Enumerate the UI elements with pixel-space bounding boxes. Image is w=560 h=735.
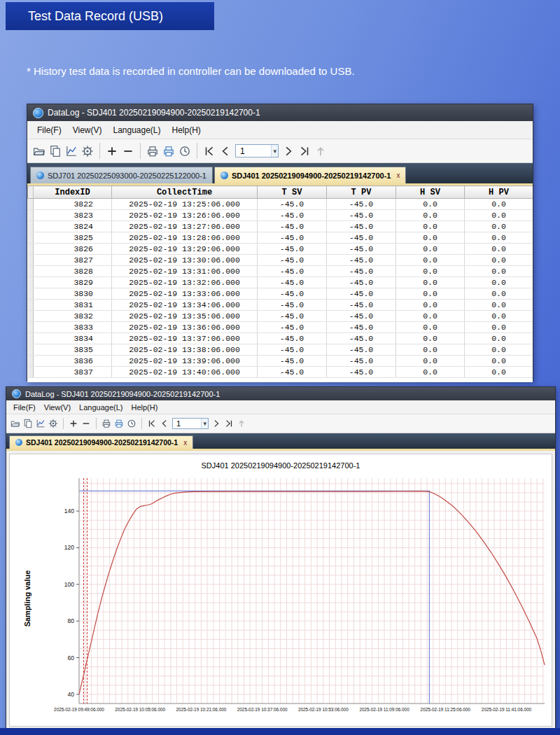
menu-view[interactable]: View(V) xyxy=(67,124,108,136)
chart-icon[interactable] xyxy=(65,145,78,158)
column-header[interactable]: T PV xyxy=(327,186,396,199)
table-row[interactable]: 38322025-02-19 13:35:06.000-45.0-45.00.0… xyxy=(28,311,533,322)
page-number-input[interactable]: 1▾ xyxy=(172,418,209,429)
table-row[interactable]: 38312025-02-19 13:34:06.000-45.0-45.00.0… xyxy=(28,300,533,311)
remove-icon[interactable] xyxy=(81,419,91,428)
cell: 0.0 xyxy=(465,232,533,244)
timer-icon[interactable] xyxy=(178,145,191,158)
menu-help[interactable]: Help(H) xyxy=(127,402,162,412)
dropdown-arrow-icon[interactable]: ▾ xyxy=(271,145,278,157)
cell: 0.0 xyxy=(396,322,465,333)
svg-text:60: 60 xyxy=(68,654,75,662)
row-gutter xyxy=(28,356,34,367)
cell: -45.0 xyxy=(258,288,327,300)
next-page-icon[interactable] xyxy=(211,419,221,428)
add-icon[interactable] xyxy=(69,419,78,428)
column-header[interactable]: CollectTime xyxy=(112,186,258,199)
datalog-tab-icon xyxy=(36,172,44,179)
series-pv xyxy=(79,491,545,694)
column-header[interactable]: H SV xyxy=(396,186,465,199)
cell: -45.0 xyxy=(327,255,396,266)
remove-icon[interactable] xyxy=(122,145,134,158)
menu-view[interactable]: View(V) xyxy=(40,402,75,412)
print-icon[interactable] xyxy=(102,419,111,428)
menu-file[interactable]: File(F) xyxy=(31,124,67,136)
titlebar[interactable]: DataLog - SDJ401 20250219094900-20250219… xyxy=(27,104,533,121)
menu-help[interactable]: Help(H) xyxy=(167,124,206,136)
table-row[interactable]: 38302025-02-19 13:33:06.000-45.0-45.00.0… xyxy=(28,288,533,300)
cell: 3834 xyxy=(34,333,112,344)
table-row[interactable]: 38222025-02-19 13:25:06.000-45.0-45.00.0… xyxy=(28,199,533,210)
cell: 2025-02-19 13:34:06.000 xyxy=(112,300,258,311)
menubar: File(F)View(V)Language(L)Help(H) xyxy=(27,121,533,139)
last-page-icon[interactable] xyxy=(224,419,234,428)
tab-sdj401[interactable]: SDJ401 20250219094900-20250219142700-1 x xyxy=(9,435,193,449)
close-tab-icon[interactable]: x xyxy=(396,172,400,179)
svg-text:40: 40 xyxy=(68,691,75,698)
cell: 3829 xyxy=(34,277,112,288)
copy-icon[interactable] xyxy=(49,145,62,158)
print-icon[interactable] xyxy=(146,145,159,158)
column-header[interactable]: H PV xyxy=(465,186,533,199)
titlebar[interactable]: DataLog - SDJ401 20250219094900-20250219… xyxy=(6,387,555,400)
open-icon[interactable] xyxy=(10,419,20,428)
add-icon[interactable] xyxy=(106,145,118,158)
table-row[interactable]: 38252025-02-19 13:28:06.000-45.0-45.00.0… xyxy=(28,232,533,244)
chart-panel: SDJ401 20250219094900-20250219142700-1 S… xyxy=(9,454,552,727)
chart-icon[interactable] xyxy=(36,419,46,428)
menu-language[interactable]: Language(L) xyxy=(107,124,166,136)
table-row[interactable]: 38352025-02-19 13:38:06.000-45.0-45.00.0… xyxy=(28,344,533,356)
svg-text:2025-02-19 10:37:06.000: 2025-02-19 10:37:06.000 xyxy=(237,707,288,712)
print-all-icon[interactable] xyxy=(162,145,175,158)
cell: -45.0 xyxy=(327,232,396,244)
last-page-icon[interactable] xyxy=(298,145,311,158)
table-row[interactable]: 38332025-02-19 13:36:06.000-45.0-45.00.0… xyxy=(28,322,533,333)
page-number-input[interactable]: 1▾ xyxy=(235,144,279,158)
table-row[interactable]: 38292025-02-19 13:32:06.000-45.0-45.00.0… xyxy=(28,277,533,288)
toolbar-separator xyxy=(197,143,197,159)
table-row[interactable]: 38282025-02-19 13:31:06.000-45.0-45.00.0… xyxy=(28,266,533,277)
column-header[interactable]: T SV xyxy=(258,186,327,199)
next-page-icon[interactable] xyxy=(282,145,295,158)
menu-language[interactable]: Language(L) xyxy=(75,402,127,412)
close-tab-icon[interactable]: x xyxy=(183,439,187,447)
svg-text:80: 80 xyxy=(68,617,75,624)
print-all-icon[interactable] xyxy=(114,419,124,428)
row-gutter xyxy=(28,367,34,378)
dropdown-arrow-icon[interactable]: ▾ xyxy=(201,419,208,428)
first-page-icon[interactable] xyxy=(203,145,216,158)
column-header[interactable]: IndexID xyxy=(34,186,112,199)
tab-sdj701[interactable]: SDJ701 20250225093000-20250225122000-1 xyxy=(30,167,213,183)
table-row[interactable]: 38262025-02-19 13:29:06.000-45.0-45.00.0… xyxy=(28,244,533,255)
cell: -45.0 xyxy=(258,356,327,367)
timer-icon[interactable] xyxy=(127,419,136,428)
cell: -45.0 xyxy=(258,322,327,333)
table-row[interactable]: 38272025-02-19 13:30:06.000-45.0-45.00.0… xyxy=(28,255,533,266)
menu-file[interactable]: File(F) xyxy=(9,402,40,412)
page-number-value: 1 xyxy=(176,419,181,428)
cell: 2025-02-19 13:35:06.000 xyxy=(112,311,258,322)
table-row[interactable]: 38342025-02-19 13:37:06.000-45.0-45.00.0… xyxy=(28,333,533,344)
toolbar: 1▾ xyxy=(6,414,555,433)
open-icon[interactable] xyxy=(33,145,46,158)
prev-page-icon[interactable] xyxy=(219,145,232,158)
cell: 0.0 xyxy=(396,300,465,311)
cell: 3835 xyxy=(34,344,112,356)
cell: 3823 xyxy=(34,210,112,221)
cell: 2025-02-19 13:40:06.000 xyxy=(112,367,258,378)
cell: 0.0 xyxy=(465,199,533,210)
settings-icon[interactable] xyxy=(48,419,58,428)
tab-sdj401[interactable]: SDJ401 20250219094900-20250219142700-1 x xyxy=(214,167,407,183)
prev-page-icon[interactable] xyxy=(160,419,169,428)
settings-icon[interactable] xyxy=(81,145,94,158)
cell: 2025-02-19 13:26:06.000 xyxy=(112,210,258,221)
table-row[interactable]: 38242025-02-19 13:27:06.000-45.0-45.00.0… xyxy=(28,221,533,232)
table-row[interactable]: 38372025-02-19 13:40:06.000-45.0-45.00.0… xyxy=(28,367,533,378)
table-row[interactable]: 38232025-02-19 13:26:06.000-45.0-45.00.0… xyxy=(28,210,533,221)
copy-icon[interactable] xyxy=(23,419,33,428)
cell: -45.0 xyxy=(258,311,327,322)
first-page-icon[interactable] xyxy=(147,419,157,428)
cell: -45.0 xyxy=(258,232,327,244)
table-row[interactable]: 38362025-02-19 13:39:06.000-45.0-45.00.0… xyxy=(28,356,533,367)
cell: 2025-02-19 13:32:06.000 xyxy=(112,277,258,288)
